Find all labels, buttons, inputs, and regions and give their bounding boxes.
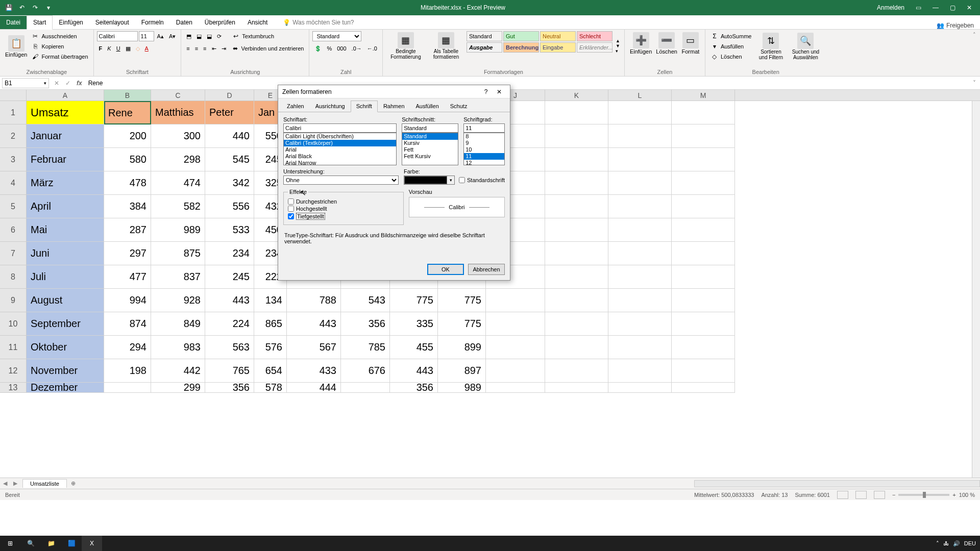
cell[interactable] xyxy=(672,101,735,124)
dialog-tab-ausfuellen[interactable]: Ausfüllen xyxy=(410,101,445,112)
cell[interactable]: 335 xyxy=(390,312,438,336)
cell[interactable]: 442 xyxy=(151,359,205,383)
list-item[interactable]: Fett xyxy=(402,146,458,153)
dialog-tab-schrift[interactable]: Schrift xyxy=(351,101,378,112)
font-listbox[interactable]: Calibri Light (Überschriften)Calibri (Te… xyxy=(283,133,397,165)
cell[interactable]: Peter xyxy=(205,101,254,124)
style-gallery-more-icon[interactable]: ▾ xyxy=(616,48,620,54)
cell[interactable]: 989 xyxy=(438,383,486,393)
style-listbox[interactable]: StandardKursivFettFett Kursiv xyxy=(402,133,458,165)
cell[interactable] xyxy=(545,148,608,171)
percent-icon[interactable]: % xyxy=(325,43,334,54)
copy-button[interactable]: ⎘Kopieren xyxy=(29,41,90,52)
indent-decrease-icon[interactable]: ⇤ xyxy=(210,43,218,54)
cell[interactable] xyxy=(545,124,608,148)
row-header[interactable]: 8 xyxy=(0,265,27,289)
border-button[interactable]: ▦ xyxy=(124,43,133,54)
cell[interactable]: Februar xyxy=(27,148,104,171)
signin-button[interactable]: Anmelden xyxy=(872,2,910,13)
font-size-input[interactable] xyxy=(139,31,154,41)
tray-up-icon[interactable]: ˄ xyxy=(936,540,939,547)
cell[interactable]: 299 xyxy=(151,383,205,393)
row-header[interactable]: 1 xyxy=(0,101,27,124)
cut-button[interactable]: ✂Ausschneiden xyxy=(29,31,90,41)
cell[interactable]: 443 xyxy=(205,289,254,312)
cell[interactable]: 983 xyxy=(151,336,205,359)
cell[interactable]: 567 xyxy=(287,336,341,359)
list-item[interactable]: Calibri Light (Überschriften) xyxy=(284,133,396,140)
cell[interactable]: März xyxy=(27,171,104,195)
cell[interactable]: 384 xyxy=(104,195,151,218)
superscript-checkbox[interactable]: Hochgestellt xyxy=(288,205,399,212)
cell[interactable]: 342 xyxy=(205,171,254,195)
style-gut[interactable]: Gut xyxy=(503,31,539,41)
redo-icon[interactable]: ↷ xyxy=(30,2,41,13)
align-right-icon[interactable]: ≡ xyxy=(201,43,208,54)
cell[interactable]: 874 xyxy=(104,312,151,336)
dialog-tab-rahmen[interactable]: Rahmen xyxy=(378,101,410,112)
cell[interactable] xyxy=(672,124,735,148)
cell[interactable] xyxy=(545,242,608,265)
sheet-nav-next-icon[interactable]: ▶ xyxy=(10,480,20,487)
list-item[interactable]: Kursiv xyxy=(402,140,458,146)
insert-cells-button[interactable]: ➕Einfügen xyxy=(628,31,654,56)
autosum-button[interactable]: ΣAutoSumme xyxy=(708,31,754,41)
number-format-select[interactable]: Standard xyxy=(312,31,361,41)
cell[interactable]: Juli xyxy=(27,265,104,289)
font-size-field[interactable] xyxy=(463,123,505,133)
cell[interactable]: 478 xyxy=(104,171,151,195)
tab-review[interactable]: Überprüfen xyxy=(199,16,241,29)
format-as-table-button[interactable]: ▦Als Tabelle formatieren xyxy=(428,31,464,61)
cell[interactable]: 356 xyxy=(390,383,438,393)
align-center-icon[interactable]: ≡ xyxy=(193,43,200,54)
cell[interactable] xyxy=(672,195,735,218)
sheet-tab[interactable]: Umsatzliste xyxy=(22,479,67,488)
cell[interactable] xyxy=(608,242,672,265)
cell[interactable] xyxy=(608,383,672,393)
subscript-checkbox[interactable]: Tiefgestellt xyxy=(288,212,399,220)
list-item[interactable]: Fett Kursiv xyxy=(402,153,458,160)
cell[interactable]: Dezember xyxy=(27,383,104,393)
cell[interactable]: 875 xyxy=(151,242,205,265)
cell[interactable]: 198 xyxy=(104,359,151,383)
tab-view[interactable]: Ansicht xyxy=(241,16,274,29)
vertical-scrollbar[interactable] xyxy=(972,101,980,478)
cancel-formula-icon[interactable]: ✕ xyxy=(51,80,62,87)
cell[interactable]: 563 xyxy=(205,336,254,359)
align-bottom-icon[interactable]: ⬓ xyxy=(205,31,214,41)
cell[interactable] xyxy=(341,383,390,393)
dialog-close-icon[interactable]: ✕ xyxy=(493,88,506,95)
font-style-field[interactable] xyxy=(402,123,458,133)
view-layout-icon[interactable] xyxy=(855,491,867,499)
find-select-button[interactable]: 🔍Suchen und Auswählen xyxy=(788,31,823,62)
cell[interactable]: 582 xyxy=(151,195,205,218)
cell[interactable] xyxy=(486,383,545,393)
cell[interactable] xyxy=(104,383,151,393)
cell[interactable]: Umsatz xyxy=(27,101,104,124)
cell[interactable] xyxy=(672,171,735,195)
cell[interactable]: 556 xyxy=(205,195,254,218)
cell[interactable]: 928 xyxy=(151,289,205,312)
cell[interactable] xyxy=(486,312,545,336)
cell[interactable]: 775 xyxy=(438,289,486,312)
collapse-ribbon-icon[interactable]: ˄ xyxy=(969,30,980,76)
cell[interactable] xyxy=(672,148,735,171)
cell[interactable]: 443 xyxy=(287,312,341,336)
cell[interactable]: 297 xyxy=(104,242,151,265)
row-header[interactable]: 5 xyxy=(0,195,27,218)
zoom-out-icon[interactable]: − xyxy=(892,492,895,498)
formula-input[interactable]: Rene xyxy=(85,80,969,87)
cell[interactable] xyxy=(545,171,608,195)
taskbar-search-icon[interactable]: 🔍 xyxy=(20,536,41,551)
cell[interactable] xyxy=(672,383,735,393)
merge-center-button[interactable]: ⬌Verbinden und zentrieren xyxy=(229,43,306,54)
column-header[interactable]: C xyxy=(151,90,205,101)
column-header[interactable]: L xyxy=(608,90,672,101)
cell[interactable] xyxy=(672,265,735,289)
cell[interactable]: 474 xyxy=(151,171,205,195)
save-icon[interactable]: 💾 xyxy=(3,2,14,13)
zoom-slider[interactable] xyxy=(898,494,949,496)
cell[interactable]: 298 xyxy=(151,148,205,171)
cell[interactable]: 545 xyxy=(205,148,254,171)
cell[interactable] xyxy=(545,195,608,218)
